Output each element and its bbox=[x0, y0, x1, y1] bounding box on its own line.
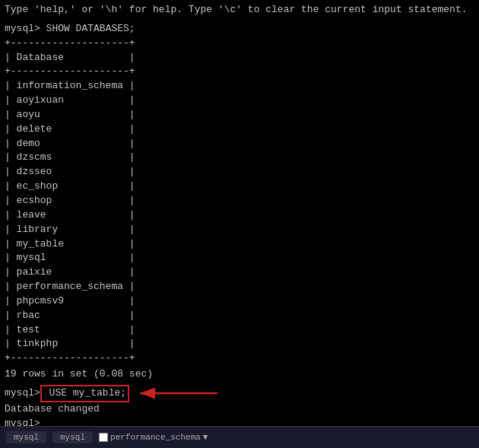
bottom-checkbox-label: performance_schema ▼ bbox=[99, 433, 208, 442]
checkbox-icon[interactable] bbox=[99, 433, 108, 442]
bottom-label-text: performance_schema bbox=[110, 433, 201, 442]
db-rbac: | rbac | bbox=[5, 309, 474, 323]
db-dzsseo: | dzsseo | bbox=[5, 165, 474, 180]
db-mysql: | mysql | bbox=[5, 251, 474, 265]
db-my-table: | my_table | bbox=[5, 237, 474, 252]
table-bottom: +--------------------+ bbox=[5, 351, 474, 366]
db-performance-schema: | performance_schema | bbox=[5, 280, 474, 294]
prompt-1: mysql> bbox=[5, 22, 40, 37]
bottom-bar: mysql mysql performance_schema ▼ bbox=[0, 426, 479, 448]
db-paixie: | paixie | bbox=[5, 265, 474, 280]
db-aoyixuan: | aoyixuan | bbox=[5, 94, 474, 108]
bottom-tab-1[interactable]: mysql bbox=[6, 431, 46, 443]
show-databases-command: mysql> SHOW DATABASES; bbox=[5, 22, 474, 37]
db-leave: | leave | bbox=[5, 208, 474, 223]
terminal-window: Type 'help,' or '\h' for help. Type '\c'… bbox=[0, 0, 479, 426]
db-ec-shop: | ec_shop | bbox=[5, 180, 474, 194]
db-tinkphp: | tinkphp | bbox=[5, 337, 474, 351]
dropdown-arrow-icon[interactable]: ▼ bbox=[203, 433, 208, 442]
bottom-tab-2[interactable]: mysql bbox=[52, 431, 93, 443]
rows-info: 19 rows in set (0.08 sec) bbox=[5, 367, 474, 382]
hint-line: Type 'help,' or '\h' for help. Type '\c'… bbox=[5, 3, 474, 17]
table-top: +--------------------+ bbox=[5, 37, 474, 51]
db-delete: | delete | bbox=[5, 122, 474, 137]
db-ecshop: | ecshop | bbox=[5, 194, 474, 208]
table-sep: +--------------------+ bbox=[5, 65, 474, 79]
red-arrow bbox=[134, 385, 225, 402]
db-changed: Database changed bbox=[5, 402, 474, 417]
db-phpcmsv9: | phpcmsv9 | bbox=[5, 294, 474, 309]
db-dzscms: | dzscms | bbox=[5, 151, 474, 165]
table-header: | Database | bbox=[5, 51, 474, 65]
db-demo: | demo | bbox=[5, 137, 474, 151]
prompt-3: mysql> bbox=[5, 417, 40, 426]
db-aoyu: | aoyu | bbox=[5, 108, 474, 122]
db-library: | library | bbox=[5, 223, 474, 237]
db-test: | test | bbox=[5, 323, 474, 338]
prompt-2: mysql> bbox=[5, 386, 40, 401]
prompt-3-line: mysql> bbox=[5, 417, 474, 426]
use-command-line: mysql> USE my_table; bbox=[5, 385, 474, 402]
db-information-schema: | information_schema | bbox=[5, 79, 474, 94]
command-1: SHOW DATABASES; bbox=[40, 22, 135, 37]
use-command-box: USE my_table; bbox=[40, 385, 129, 402]
